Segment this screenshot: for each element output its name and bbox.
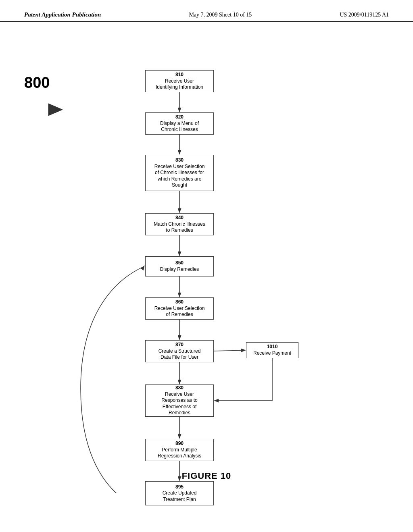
svg-marker-0 <box>48 104 63 116</box>
box-1010: 1010 Receive Payment <box>246 342 298 358</box>
box-880: 880 Receive UserResponses as toEffective… <box>145 384 214 417</box>
page: Patent Application Publication May 7, 20… <box>0 0 413 532</box>
box-895: 895 Create UpdatedTreatment Plan <box>145 481 214 505</box>
arrow-indicator <box>46 102 65 118</box>
diagram-area: 800 810 Receive UserIdentifying Informat… <box>0 26 413 493</box>
page-header: Patent Application Publication May 7, 20… <box>0 0 413 22</box>
box-860: 860 Receive User Selectionof Remedies <box>145 297 214 320</box>
box-870: 870 Create a StructuredData File for Use… <box>145 340 214 362</box>
box-830: 830 Receive User Selectionof Chronic Ill… <box>145 155 214 191</box>
box-810: 810 Receive UserIdentifying Information <box>145 70 214 92</box>
svg-line-11 <box>214 350 245 351</box>
box-820: 820 Display a Menu ofChronic Illnesses <box>145 112 214 135</box>
publication-title: Patent Application Publication <box>24 11 101 18</box>
date-sheet: May 7, 2009 Sheet 10 of 15 <box>189 12 252 18</box>
figure-label: FIGURE 10 <box>182 471 232 481</box>
diagram-main-label: 800 <box>24 74 50 91</box>
patent-number: US 2009/0119125 A1 <box>340 12 389 18</box>
box-850: 850 Display Remedies <box>145 256 214 276</box>
box-840: 840 Match Chronic Illnessesto Remedies <box>145 213 214 235</box>
box-890: 890 Perform MultipleRegression Analysis <box>145 439 214 461</box>
